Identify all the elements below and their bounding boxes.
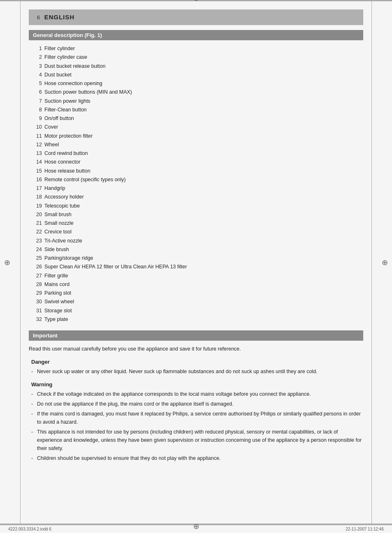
item-number: 22 <box>33 228 44 236</box>
item-number: 23 <box>33 237 44 245</box>
item-text: Crevice tool <box>44 228 71 236</box>
item-number: 32 <box>33 315 44 324</box>
item-text: On/off button <box>44 114 74 123</box>
compass-left-icon: ⊕ <box>4 258 10 267</box>
items-list: 1Filter cylinder2Filter cylinder case3Du… <box>29 44 363 324</box>
bottom-left-text: 4222.003.3334.2.indd 6 <box>8 527 51 531</box>
item-number: 8 <box>33 106 44 114</box>
item-number: 31 <box>33 307 44 315</box>
list-item: 17Handgrip <box>33 184 363 193</box>
item-text: Filter cylinder case <box>44 53 87 62</box>
language-header-bar: 6 ENGLISH <box>29 9 363 25</box>
item-text: Parking slot <box>44 289 71 298</box>
list-item: 22Crevice tool <box>33 228 363 236</box>
list-item: 16Remote control (specific types only) <box>33 175 363 184</box>
item-number: 25 <box>33 254 44 263</box>
list-item: 2Filter cylinder case <box>33 53 363 62</box>
bottom-right-text: 22-11-2007 11:12:46 <box>346 527 384 531</box>
list-item: 4Dust bucket <box>33 71 363 79</box>
list-item: 11Motor protection filter <box>33 132 363 141</box>
list-item: 1Filter cylinder <box>33 44 363 53</box>
list-item: 15Hose release button <box>33 167 363 175</box>
item-number: 27 <box>33 272 44 280</box>
list-item: 7Suction power lights <box>33 97 363 106</box>
list-item: Never suck up water or any other liquid.… <box>31 367 363 376</box>
right-border <box>371 1 372 524</box>
item-number: 26 <box>33 263 44 271</box>
item-text: Filter grille <box>44 272 68 280</box>
item-text: Hose connector <box>44 158 81 166</box>
item-number: 6 <box>33 88 44 97</box>
list-item: 13Cord rewind button <box>33 149 363 158</box>
list-item: 31Storage slot <box>33 307 363 315</box>
warning-title: Warning <box>29 381 363 388</box>
item-text: Suction power lights <box>44 97 90 106</box>
left-border <box>20 1 21 524</box>
item-text: Filter cylinder <box>44 44 75 53</box>
list-item: 19Telescopic tube <box>33 202 363 210</box>
list-item: 24Side brush <box>33 245 363 254</box>
list-item: 9On/off button <box>33 114 363 123</box>
page-content: ⊕ 6 ENGLISH General description (Fig. 1)… <box>0 1 392 524</box>
item-number: 1 <box>33 44 44 53</box>
item-text: Cord rewind button <box>44 149 88 158</box>
list-item: Check if the voltage indicated on the ap… <box>31 390 363 398</box>
list-item: 18Accessory holder <box>33 193 363 201</box>
item-text: Handgrip <box>44 184 65 193</box>
bottom-border: ⊕ <box>0 524 392 525</box>
item-text: Dust bucket <box>44 71 71 79</box>
item-number: 2 <box>33 53 44 62</box>
general-description-header: General description (Fig. 1) <box>29 30 363 40</box>
list-item: 30Swivel wheel <box>33 298 363 306</box>
item-number: 20 <box>33 210 44 219</box>
list-item: 29Parking slot <box>33 289 363 298</box>
compass-bottom-icon: ⊕ <box>193 522 199 531</box>
item-text: Parking/storage ridge <box>44 254 93 263</box>
page: ⊕ ⊕ 6 ENGLISH General description (Fig. … <box>0 0 392 533</box>
list-item: 20Small brush <box>33 210 363 219</box>
item-text: Tri-Active nozzle <box>44 237 82 245</box>
item-number: 14 <box>33 158 44 166</box>
left-margin: ⊕ <box>0 1 21 524</box>
item-text: Small brush <box>44 210 71 219</box>
item-text: Filter-Clean button <box>44 106 87 114</box>
item-text: Small nozzle <box>44 219 74 228</box>
important-intro: Read this user manual carefully before y… <box>29 345 363 353</box>
list-item: 23Tri-Active nozzle <box>33 237 363 245</box>
page-title: ENGLISH <box>44 14 75 21</box>
compass-right-icon: ⊕ <box>382 258 388 267</box>
item-number: 7 <box>33 97 44 106</box>
main-content-area: 6 ENGLISH General description (Fig. 1) 1… <box>21 1 371 524</box>
item-text: Dust bucket release button <box>44 62 106 71</box>
list-item: 27Filter grille <box>33 272 363 280</box>
item-number: 29 <box>33 289 44 298</box>
list-item: 32Type plate <box>33 315 363 324</box>
item-text: Remote control (specific types only) <box>44 175 126 184</box>
list-item: This appliance is not intended for use b… <box>31 428 363 452</box>
list-item: 3Dust bucket release button <box>33 62 363 71</box>
item-number: 12 <box>33 141 44 149</box>
item-text: Side brush <box>44 245 69 254</box>
item-text: Wheel <box>44 141 59 149</box>
list-item: 12Wheel <box>33 141 363 149</box>
item-number: 30 <box>33 298 44 306</box>
important-header: Important <box>29 330 363 341</box>
list-item: 5Hose connection opening <box>33 79 363 88</box>
item-text: Accessory holder <box>44 193 84 201</box>
item-number: 4 <box>33 71 44 79</box>
item-number: 10 <box>33 123 44 132</box>
item-text: Super Clean Air HEPA 12 filter or Ultra … <box>44 263 187 271</box>
item-text: Cover <box>44 123 58 132</box>
list-item: If the mains cord is damaged, you must h… <box>31 410 363 426</box>
list-item: Children should be supervised to ensure … <box>31 454 363 462</box>
page-number: 6 <box>37 14 40 21</box>
item-text: Telescopic tube <box>44 202 80 210</box>
list-item: 6Suction power buttons (MIN and MAX) <box>33 88 363 97</box>
item-text: Storage slot <box>44 307 72 315</box>
list-item: 8Filter-Clean button <box>33 106 363 114</box>
item-number: 18 <box>33 193 44 201</box>
item-number: 9 <box>33 114 44 123</box>
danger-list: Never suck up water or any other liquid.… <box>29 367 363 376</box>
list-item: 26Super Clean Air HEPA 12 filter or Ultr… <box>33 263 363 271</box>
list-item: 25Parking/storage ridge <box>33 254 363 263</box>
